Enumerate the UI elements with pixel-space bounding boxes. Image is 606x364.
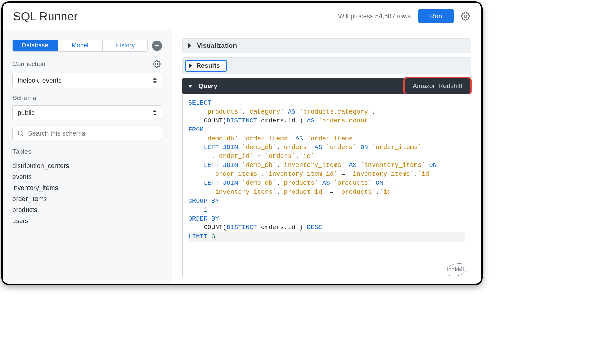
sidebar: Database Model History Connection theloo… [3,30,172,284]
visualization-panel: Visualization [182,38,471,53]
page-title: SQL Runner [13,10,78,23]
table-item[interactable]: users [12,215,162,226]
svg-line-4 [22,135,23,136]
sql-runner-window: SQL Runner Will process 54,807 rows Run … [1,1,483,285]
schema-search-input[interactable] [28,130,158,137]
query-toggle[interactable]: Query Amazon Redshift [182,78,471,94]
connection-label: Connection [12,60,45,68]
tab-model[interactable]: Model [58,40,103,51]
table-item[interactable]: inventory_items [12,182,162,193]
chevron-right-icon [188,43,191,48]
results-label: Results [196,62,220,69]
sidebar-tabs: Database Model History [12,40,148,52]
sidebar-tabs-row: Database Model History [12,40,162,52]
svg-point-2 [156,63,158,65]
table-item[interactable]: events [12,171,162,182]
svg-point-0 [464,15,467,18]
lookml-logo: lookML [447,266,466,274]
tables-list: distribution_centers events inventory_it… [12,160,162,226]
tables-heading: Tables [12,148,162,156]
connection-select[interactable]: thelook_events [12,73,162,88]
gear-icon [461,12,470,21]
query-label: Query [198,82,217,90]
dialect-badge: Amazon Redshift [403,77,472,95]
search-icon [17,130,24,137]
schema-label: Schema [12,94,36,102]
table-item[interactable]: distribution_centers [12,160,162,171]
tab-database[interactable]: Database [13,40,58,51]
results-toggle[interactable]: Results [185,60,227,72]
connection-settings-button[interactable] [151,58,162,69]
schema-select[interactable]: public [12,105,162,120]
chevron-right-icon [189,63,192,68]
schema-section-row: Schema [12,94,162,102]
connection-section-row: Connection [12,58,162,69]
svg-point-3 [18,131,22,135]
visualization-toggle[interactable]: Visualization [183,39,471,53]
text-cursor [216,232,216,239]
visualization-label: Visualization [197,42,237,50]
collapse-sidebar-button[interactable] [152,41,162,51]
main-column: Visualization Results Query Amazon Redsh… [172,30,481,284]
header-settings-button[interactable] [460,11,471,22]
row-count-text: Will process 54,807 rows [338,12,411,20]
gear-icon [153,60,161,68]
minus-icon [154,43,160,49]
chevron-down-icon [188,85,193,88]
header-bar: SQL Runner Will process 54,807 rows Run [3,3,481,30]
table-item[interactable]: order_items [12,193,162,204]
sql-editor[interactable]: SELECT `products`.`category` AS `product… [182,94,471,277]
query-panel: Query Amazon Redshift SELECT `products`.… [182,78,471,277]
schema-search-box[interactable] [12,127,162,140]
tab-history[interactable]: History [102,40,147,51]
results-panel: Results [182,57,471,74]
dialect-label: Amazon Redshift [412,82,462,90]
run-button[interactable]: Run [418,9,454,23]
body: Database Model History Connection theloo… [3,30,481,284]
svg-rect-1 [155,45,159,46]
table-item[interactable]: products [12,204,162,215]
